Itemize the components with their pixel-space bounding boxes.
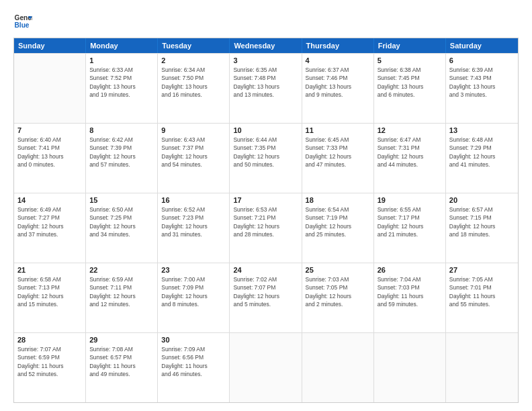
day-number: 15 — [89, 196, 154, 204]
day-cell-10: 10Sunrise: 6:44 AM Sunset: 7:35 PM Dayli… — [230, 124, 302, 193]
day-number: 8 — [89, 126, 154, 134]
day-info: Sunrise: 7:09 AM Sunset: 6:56 PM Dayligh… — [161, 345, 226, 378]
weekday-friday: Friday — [374, 38, 446, 53]
weekday-wednesday: Wednesday — [230, 38, 302, 53]
day-cell-23: 23Sunrise: 7:00 AM Sunset: 7:09 PM Dayli… — [158, 263, 230, 332]
day-number: 1 — [89, 56, 154, 64]
day-number: 28 — [17, 336, 82, 344]
day-info: Sunrise: 7:02 AM Sunset: 7:07 PM Dayligh… — [233, 275, 298, 308]
day-info: Sunrise: 6:43 AM Sunset: 7:37 PM Dayligh… — [161, 136, 226, 169]
day-cell-5: 5Sunrise: 6:38 AM Sunset: 7:45 PM Daylig… — [374, 54, 446, 123]
day-number: 13 — [449, 126, 515, 134]
day-info: Sunrise: 7:04 AM Sunset: 7:03 PM Dayligh… — [378, 275, 442, 308]
day-info: Sunrise: 6:33 AM Sunset: 7:52 PM Dayligh… — [89, 66, 154, 99]
weekday-thursday: Thursday — [302, 38, 374, 53]
day-info: Sunrise: 6:59 AM Sunset: 7:11 PM Dayligh… — [89, 275, 154, 308]
day-info: Sunrise: 6:34 AM Sunset: 7:50 PM Dayligh… — [161, 66, 226, 99]
day-number: 5 — [378, 56, 442, 64]
day-number: 29 — [89, 336, 154, 344]
day-info: Sunrise: 6:54 AM Sunset: 7:19 PM Dayligh… — [306, 205, 370, 238]
day-number: 3 — [233, 56, 298, 64]
day-cell-27: 27Sunrise: 7:05 AM Sunset: 7:01 PM Dayli… — [446, 263, 518, 332]
day-info: Sunrise: 7:03 AM Sunset: 7:05 PM Dayligh… — [306, 275, 370, 308]
empty-cell — [446, 333, 518, 402]
day-info: Sunrise: 6:35 AM Sunset: 7:48 PM Dayligh… — [233, 66, 298, 99]
day-number: 7 — [17, 126, 82, 134]
day-cell-1: 1Sunrise: 6:33 AM Sunset: 7:52 PM Daylig… — [86, 54, 158, 123]
day-info: Sunrise: 7:08 AM Sunset: 6:57 PM Dayligh… — [89, 345, 154, 378]
day-cell-12: 12Sunrise: 6:47 AM Sunset: 7:31 PM Dayli… — [374, 124, 446, 193]
empty-cell — [302, 333, 374, 402]
day-number: 30 — [161, 336, 226, 344]
day-info: Sunrise: 6:38 AM Sunset: 7:45 PM Dayligh… — [378, 66, 442, 99]
day-cell-15: 15Sunrise: 6:50 AM Sunset: 7:25 PM Dayli… — [86, 193, 158, 263]
day-info: Sunrise: 6:45 AM Sunset: 7:33 PM Dayligh… — [306, 136, 370, 169]
day-info: Sunrise: 6:55 AM Sunset: 7:17 PM Dayligh… — [378, 205, 442, 238]
day-cell-19: 19Sunrise: 6:55 AM Sunset: 7:17 PM Dayli… — [374, 193, 446, 263]
day-info: Sunrise: 6:50 AM Sunset: 7:25 PM Dayligh… — [89, 205, 154, 238]
day-number: 16 — [161, 196, 226, 204]
day-info: Sunrise: 6:39 AM Sunset: 7:43 PM Dayligh… — [449, 66, 515, 99]
calendar-row-4: 28Sunrise: 7:07 AM Sunset: 6:59 PM Dayli… — [14, 332, 518, 402]
day-number: 2 — [161, 56, 226, 64]
day-number: 6 — [449, 56, 515, 64]
day-info: Sunrise: 6:57 AM Sunset: 7:15 PM Dayligh… — [449, 205, 515, 238]
calendar-body: 1Sunrise: 6:33 AM Sunset: 7:52 PM Daylig… — [14, 53, 518, 402]
day-cell-25: 25Sunrise: 7:03 AM Sunset: 7:05 PM Dayli… — [302, 263, 374, 332]
day-cell-11: 11Sunrise: 6:45 AM Sunset: 7:33 PM Dayli… — [302, 124, 374, 193]
day-info: Sunrise: 7:00 AM Sunset: 7:09 PM Dayligh… — [161, 275, 226, 308]
day-cell-24: 24Sunrise: 7:02 AM Sunset: 7:07 PM Dayli… — [230, 263, 302, 332]
day-cell-6: 6Sunrise: 6:39 AM Sunset: 7:43 PM Daylig… — [446, 54, 518, 123]
day-info: Sunrise: 6:49 AM Sunset: 7:27 PM Dayligh… — [17, 205, 82, 238]
day-number: 14 — [17, 196, 82, 204]
day-number: 4 — [306, 56, 370, 64]
day-cell-17: 17Sunrise: 6:53 AM Sunset: 7:21 PM Dayli… — [230, 193, 302, 263]
calendar-row-2: 14Sunrise: 6:49 AM Sunset: 7:27 PM Dayli… — [14, 193, 518, 263]
day-number: 19 — [378, 196, 442, 204]
day-cell-21: 21Sunrise: 6:58 AM Sunset: 7:13 PM Dayli… — [14, 263, 86, 332]
day-cell-13: 13Sunrise: 6:48 AM Sunset: 7:29 PM Dayli… — [446, 124, 518, 193]
day-info: Sunrise: 6:47 AM Sunset: 7:31 PM Dayligh… — [378, 136, 442, 169]
day-number: 12 — [378, 126, 442, 134]
day-cell-30: 30Sunrise: 7:09 AM Sunset: 6:56 PM Dayli… — [158, 333, 230, 402]
calendar-row-0: 1Sunrise: 6:33 AM Sunset: 7:52 PM Daylig… — [14, 53, 518, 123]
calendar-row-1: 7Sunrise: 6:40 AM Sunset: 7:41 PM Daylig… — [14, 123, 518, 193]
day-info: Sunrise: 6:40 AM Sunset: 7:41 PM Dayligh… — [17, 136, 82, 169]
day-cell-9: 9Sunrise: 6:43 AM Sunset: 7:37 PM Daylig… — [158, 124, 230, 193]
day-info: Sunrise: 6:48 AM Sunset: 7:29 PM Dayligh… — [449, 136, 515, 169]
logo: General Blue — [13, 12, 32, 31]
day-info: Sunrise: 6:52 AM Sunset: 7:23 PM Dayligh… — [161, 205, 226, 238]
day-number: 21 — [17, 266, 82, 274]
day-cell-20: 20Sunrise: 6:57 AM Sunset: 7:15 PM Dayli… — [446, 193, 518, 263]
day-cell-7: 7Sunrise: 6:40 AM Sunset: 7:41 PM Daylig… — [14, 124, 86, 193]
empty-cell — [14, 54, 86, 123]
weekday-saturday: Saturday — [446, 38, 518, 53]
day-number: 18 — [306, 196, 370, 204]
day-number: 24 — [233, 266, 298, 274]
day-number: 17 — [233, 196, 298, 204]
empty-cell — [374, 333, 446, 402]
day-cell-4: 4Sunrise: 6:37 AM Sunset: 7:46 PM Daylig… — [302, 54, 374, 123]
day-cell-22: 22Sunrise: 6:59 AM Sunset: 7:11 PM Dayli… — [86, 263, 158, 332]
day-cell-3: 3Sunrise: 6:35 AM Sunset: 7:48 PM Daylig… — [230, 54, 302, 123]
weekday-tuesday: Tuesday — [158, 38, 230, 53]
day-cell-14: 14Sunrise: 6:49 AM Sunset: 7:27 PM Dayli… — [14, 193, 86, 263]
calendar-row-3: 21Sunrise: 6:58 AM Sunset: 7:13 PM Dayli… — [14, 263, 518, 332]
day-info: Sunrise: 6:42 AM Sunset: 7:39 PM Dayligh… — [89, 136, 154, 169]
day-info: Sunrise: 6:37 AM Sunset: 7:46 PM Dayligh… — [306, 66, 370, 99]
day-cell-16: 16Sunrise: 6:52 AM Sunset: 7:23 PM Dayli… — [158, 193, 230, 263]
weekday-monday: Monday — [86, 38, 158, 53]
day-cell-28: 28Sunrise: 7:07 AM Sunset: 6:59 PM Dayli… — [14, 333, 86, 402]
day-number: 25 — [306, 266, 370, 274]
logo-icon: General Blue — [13, 12, 32, 31]
header: General Blue — [13, 12, 519, 31]
day-number: 22 — [89, 266, 154, 274]
day-number: 20 — [449, 196, 515, 204]
day-info: Sunrise: 6:58 AM Sunset: 7:13 PM Dayligh… — [17, 275, 82, 308]
day-cell-2: 2Sunrise: 6:34 AM Sunset: 7:50 PM Daylig… — [158, 54, 230, 123]
svg-text:Blue: Blue — [15, 21, 30, 29]
day-info: Sunrise: 6:44 AM Sunset: 7:35 PM Dayligh… — [233, 136, 298, 169]
weekday-sunday: Sunday — [14, 38, 86, 53]
day-number: 9 — [161, 126, 226, 134]
day-cell-29: 29Sunrise: 7:08 AM Sunset: 6:57 PM Dayli… — [86, 333, 158, 402]
